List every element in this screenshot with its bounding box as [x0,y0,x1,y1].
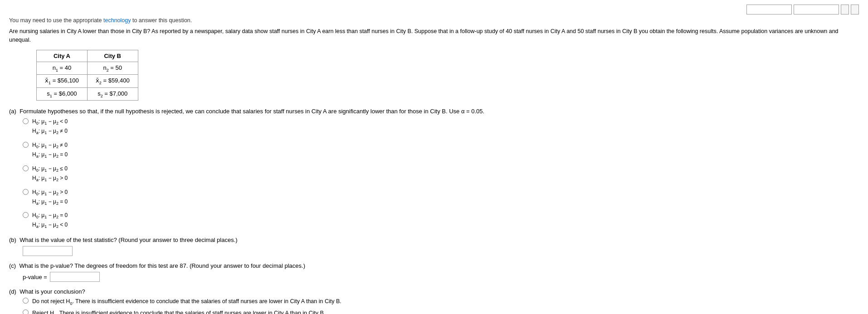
top-button-1[interactable] [841,5,849,14]
part-a-option-5: H0: μ1 − μ2 = 0 Ha: μ1 − μ2 < 0 [23,211,859,230]
part-b-label: (b) What is the value of the test statis… [9,237,859,243]
top-note-suffix: to answer this question. [131,17,192,24]
part-a-radio-3[interactable] [23,165,29,171]
table-cell-n1: n1 = 40 [37,62,88,75]
h0-4: H0: μ1 − μ2 > 0 [32,188,68,198]
part-a-option-2: H0: μ1 − μ2 ≠ 0 Ha: μ1 − μ2 = 0 [23,141,859,160]
part-c-text: What is the p-value? The degrees of free… [19,262,305,269]
question-text: Are nursing salaries in City A lower tha… [9,27,859,44]
top-button-2[interactable] [851,5,859,14]
pvalue-input[interactable] [50,272,100,282]
table-row: x̄1 = $56,100 x̄2 = $59,400 [37,75,138,88]
top-input-2[interactable] [794,5,839,14]
part-d: (d) What is your conclusion? Do not reje… [9,288,859,314]
table-row: n1 = 40 n2 = 50 [37,62,138,75]
pvalue-row: p-value = [23,272,859,282]
hypothesis-block-3: H0: μ1 − μ2 ≤ 0 Ha: μ1 − μ2 > 0 [32,164,68,184]
part-b-text: What is the value of the test statistic?… [20,237,238,243]
part-b: (b) What is the value of the test statis… [9,237,859,256]
ha-5: Ha: μ1 − μ2 < 0 [32,221,68,230]
table-cell-xbar2: x̄2 = $59,400 [87,75,138,88]
table-header-city-a: City A [37,50,88,62]
conclusion-text-2: Reject H0. There is insufficient evidenc… [32,309,325,314]
part-a-radio-4[interactable] [23,189,29,195]
ha-1: Ha: μ1 − μ2 ≠ 0 [32,127,68,136]
part-d-label: (d) What is your conclusion? [9,288,859,295]
table-cell-s1: s1 = $6,000 [37,87,88,101]
table-cell-n2: n2 = 50 [87,62,138,75]
part-a-radio-1[interactable] [23,118,29,124]
part-a-label: (a) Formulate hypotheses so that, if the… [9,108,859,115]
hypothesis-block-4: H0: μ1 − μ2 > 0 Ha: μ1 − μ2 = 0 [32,188,68,207]
conclusion-radio-1[interactable] [23,298,29,304]
h0-2: H0: μ1 − μ2 ≠ 0 [32,141,68,150]
part-a-option-1: H0: μ1 − μ2 < 0 Ha: μ1 − μ2 ≠ 0 [23,117,859,136]
part-d-text: What is your conclusion? [20,288,85,295]
pvalue-label: p-value = [23,274,47,280]
ha-2: Ha: μ1 − μ2 = 0 [32,150,68,160]
data-table: City A City B n1 = 40 n2 = 50 x̄1 = $56,… [36,50,138,101]
part-a-option-4: H0: μ1 − μ2 > 0 Ha: μ1 − μ2 = 0 [23,188,859,207]
top-input-1[interactable] [746,5,792,14]
part-c-label: (c) What is the p-value? The degrees of … [9,262,859,269]
part-a-radio-2[interactable] [23,142,29,148]
part-a: (a) Formulate hypotheses so that, if the… [9,108,859,230]
test-statistic-input[interactable] [23,246,73,256]
top-note-prefix: You may need to use the appropriate [9,17,103,24]
table-cell-s2: s2 = $7,000 [87,87,138,101]
conclusion-option-2: Reject H0. There is insufficient evidenc… [23,309,859,314]
part-a-options: H0: μ1 − μ2 < 0 Ha: μ1 − μ2 ≠ 0 H0: μ1 −… [23,117,859,230]
part-d-prefix: (d) [9,288,20,295]
ha-4: Ha: μ1 − μ2 = 0 [32,198,68,207]
part-a-radio-5[interactable] [23,212,29,218]
table-cell-xbar1: x̄1 = $56,100 [37,75,88,88]
part-c: (c) What is the p-value? The degrees of … [9,262,859,282]
hypothesis-block-1: H0: μ1 − μ2 < 0 Ha: μ1 − μ2 ≠ 0 [32,117,68,136]
conclusion-text-1: Do not reject H0. There is insufficient … [32,298,341,306]
ha-3: Ha: μ1 − μ2 > 0 [32,174,68,184]
hypothesis-block-2: H0: μ1 − μ2 ≠ 0 Ha: μ1 − μ2 = 0 [32,141,68,160]
part-a-text: Formulate hypotheses so that, if the nul… [20,108,484,115]
part-d-options: Do not reject H0. There is insufficient … [23,298,859,314]
h0-3: H0: μ1 − μ2 ≤ 0 [32,164,68,174]
table-header-city-b: City B [87,50,138,62]
part-a-option-3: H0: μ1 − μ2 ≤ 0 Ha: μ1 − μ2 > 0 [23,164,859,184]
hypothesis-block-5: H0: μ1 − μ2 = 0 Ha: μ1 − μ2 < 0 [32,211,68,230]
table-row: s1 = $6,000 s2 = $7,000 [37,87,138,101]
top-bar [9,5,859,14]
h0-1: H0: μ1 − μ2 < 0 [32,117,68,127]
conclusion-option-1: Do not reject H0. There is insufficient … [23,298,859,306]
top-note: You may need to use the appropriate tech… [9,17,859,24]
part-c-prefix: (c) [9,262,19,269]
technology-link[interactable]: technology [103,17,131,24]
part-b-prefix: (b) [9,237,20,243]
conclusion-radio-2[interactable] [23,309,29,314]
part-a-prefix: (a) [9,108,20,115]
h0-5: H0: μ1 − μ2 = 0 [32,211,68,221]
